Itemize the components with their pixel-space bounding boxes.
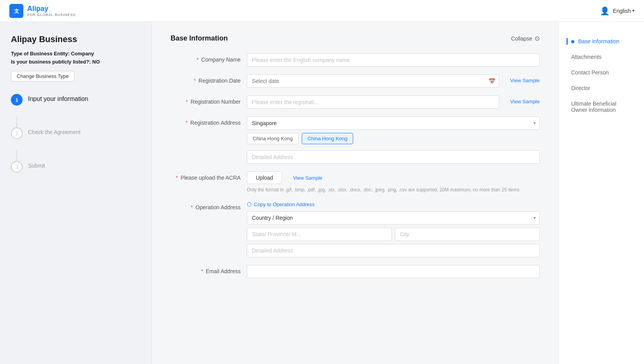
address-chip-1[interactable]: China Hong Kong — [247, 133, 299, 144]
registration-number-row: * Registration Number View Sample — [171, 95, 540, 109]
registration-date-view-sample[interactable]: View Sample — [510, 74, 540, 83]
top-header: 支 Alipay FOR GLOBAL BUSINESS 👤 English ▾ — [0, 0, 644, 22]
required-star: * — [185, 120, 187, 126]
step-connector-1 — [16, 117, 17, 127]
email-address-input[interactable] — [247, 265, 540, 278]
required-star: * — [176, 175, 178, 181]
steps-list: 1 Input your information 2 Check the Agr… — [11, 94, 141, 173]
chevron-down-icon: ▾ — [632, 8, 635, 13]
nav-item-contact-person[interactable]: Contact Person — [567, 65, 636, 80]
sidebar-title: Alipay Business — [11, 34, 141, 44]
operation-country-select-wrapper: Country / Region ▾ — [247, 211, 540, 224]
registration-date-input[interactable] — [247, 74, 499, 88]
sidebar: Alipay Business Type of Business Entity:… — [0, 22, 152, 364]
step-3-label: Submit — [28, 161, 45, 169]
required-star: * — [191, 204, 193, 210]
required-star: * — [197, 57, 199, 63]
step-2-circle: 2 — [11, 127, 23, 139]
copy-to-operation-link[interactable]: ⬡ Copy to Operation Address — [247, 201, 315, 207]
date-wrapper: 📅 — [247, 74, 499, 88]
header-right: 👤 English ▾ — [600, 6, 635, 16]
step-1-circle: 1 — [11, 94, 23, 106]
operation-address-field: ⬡ Copy to Operation Address Country / Re… — [247, 201, 540, 257]
main-content: Base Information Collapse ⊙ * Company Na… — [152, 22, 558, 364]
nav-dot-base-information — [571, 40, 574, 43]
registration-detailed-address-input[interactable] — [247, 150, 540, 164]
section-header: Base Information Collapse ⊙ — [171, 34, 540, 42]
step-connector-2 — [16, 150, 17, 161]
svg-text:支: 支 — [14, 8, 19, 14]
section-title: Base Information — [171, 34, 228, 42]
step-1: 1 Input your information — [11, 94, 141, 106]
address-chips-row: China Hong Kong China Hong Kong — [247, 133, 540, 144]
language-label: English — [613, 8, 631, 14]
registration-date-field: 📅 — [247, 74, 499, 88]
step-3-circle: 3 — [11, 161, 23, 173]
acra-upload-label: * Please upload the ACRA — [171, 171, 241, 181]
registration-date-label: * Registration Date — [171, 74, 241, 84]
publicly-listed-value: NO — [92, 59, 100, 65]
registration-address-label: * Registration Address — [171, 117, 241, 126]
company-name-field — [247, 53, 540, 67]
registration-number-label: * Registration Number — [171, 95, 241, 105]
user-icon: 👤 — [600, 6, 610, 16]
acra-upload-row: * Please upload the ACRA Upload View Sam… — [171, 171, 540, 193]
step-1-label: Input your information — [28, 94, 88, 102]
alipay-logo-icon: 支 — [9, 4, 23, 18]
business-type-label: Type of Business Entity: — [11, 51, 70, 57]
operation-address-row: * Operation Address ⬡ Copy to Operation … — [171, 201, 540, 257]
nav-item-base-information[interactable]: Base Information — [567, 34, 636, 48]
city-input[interactable] — [395, 228, 540, 241]
address-chip-2[interactable]: China Hong Kong — [302, 133, 354, 144]
collapse-label: Collapse — [511, 35, 532, 42]
logo-sub-text: FOR GLOBAL BUSINESS — [27, 13, 76, 17]
email-address-row: * Email Address — [171, 265, 540, 278]
operation-address-label: * Operation Address — [171, 201, 241, 210]
publicly-listed-label: Is your business publicly listed?: — [11, 59, 91, 65]
collapse-icon: ⊙ — [535, 35, 540, 42]
logo-text: Alipay FOR GLOBAL BUSINESS — [27, 5, 76, 17]
copy-icon: ⬡ — [247, 201, 252, 207]
change-business-type-button[interactable]: Change Business Type — [11, 71, 74, 81]
upload-hint: Only the format in .gif, .bmp, .pdf, .jp… — [247, 186, 540, 193]
step-2: 2 Check the Agreement — [11, 127, 141, 139]
required-star: * — [201, 268, 203, 274]
country-select-wrapper: Singapore ▾ — [247, 117, 540, 130]
registration-number-field — [247, 95, 499, 109]
language-selector[interactable]: English ▾ — [613, 8, 635, 14]
registration-address-row: * Registration Address Singapore ▾ China… — [171, 117, 540, 164]
registration-address-field: Singapore ▾ China Hong Kong China Hong K… — [247, 117, 540, 164]
logo-area: 支 Alipay FOR GLOBAL BUSINESS — [9, 4, 76, 18]
business-type-info: Type of Business Entity: Company — [11, 51, 141, 57]
company-name-label: * Company Name — [171, 53, 241, 63]
right-nav: Base Information Attachments Contact Per… — [558, 22, 644, 364]
operation-detailed-address-input[interactable] — [247, 244, 540, 257]
upload-button[interactable]: Upload — [247, 171, 282, 184]
publicly-listed-info: Is your business publicly listed?: NO — [11, 59, 141, 65]
required-star: * — [194, 78, 195, 84]
registration-number-input[interactable] — [247, 95, 499, 109]
registration-date-row: * Registration Date 📅 View Sample — [171, 74, 540, 88]
operation-country-select[interactable]: Country / Region — [247, 211, 540, 224]
email-address-label: * Email Address — [171, 265, 241, 274]
step-3: 3 Submit — [11, 161, 141, 173]
step-2-label: Check the Agreement — [28, 127, 81, 135]
nav-item-director[interactable]: Director — [567, 81, 636, 95]
nav-item-attachments[interactable]: Attachments — [567, 50, 636, 64]
company-name-row: * Company Name — [171, 53, 540, 67]
registration-number-view-sample[interactable]: View Sample — [510, 95, 540, 104]
company-name-input[interactable] — [247, 53, 540, 67]
state-province-input[interactable] — [247, 228, 392, 241]
email-address-field — [247, 265, 540, 278]
nav-item-ubo[interactable]: Ultimate Beneficial Owner information — [567, 97, 636, 117]
upload-area: Upload View Sample — [247, 171, 540, 184]
app-layout: Alipay Business Type of Business Entity:… — [0, 22, 644, 364]
acra-view-sample[interactable]: View Sample — [293, 175, 322, 181]
logo-main-text: Alipay — [27, 5, 76, 13]
collapse-button[interactable]: Collapse ⊙ — [511, 35, 540, 42]
business-type-value: Company — [71, 51, 94, 57]
acra-upload-field: Upload View Sample Only the format in .g… — [247, 171, 540, 193]
registration-country-select[interactable]: Singapore — [247, 117, 540, 130]
required-star: * — [186, 99, 188, 105]
state-city-row — [247, 228, 540, 241]
